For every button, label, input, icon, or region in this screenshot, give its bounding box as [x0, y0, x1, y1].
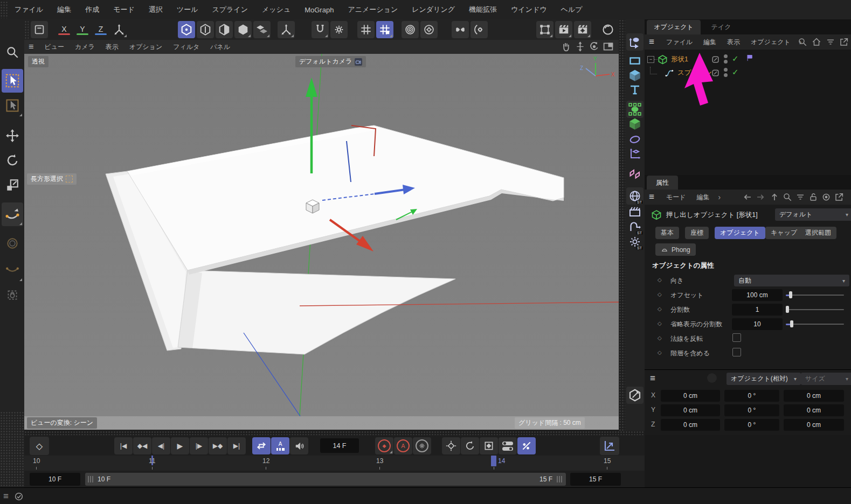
offset-slider[interactable] — [786, 295, 844, 296]
key-scale-button[interactable] — [480, 437, 498, 454]
goto-prev-frame-button[interactable]: ◀| — [152, 437, 170, 454]
key-parameter-button[interactable] — [499, 437, 517, 454]
symmetry-button[interactable] — [452, 21, 469, 38]
playhead[interactable] — [491, 456, 496, 466]
scale-tool-button[interactable] — [2, 173, 23, 197]
viewport-canvas[interactable]: Y X Z 透視 デフォルトカメラ 長方形選択 ビューの変換: シーン グリッド… — [24, 54, 619, 430]
attribute-menu-overflow-icon[interactable]: › — [715, 193, 724, 201]
attribute-target-icon[interactable] — [821, 192, 831, 202]
keyframe-dot-icon[interactable]: ◇ — [658, 306, 662, 312]
object-menu-file[interactable]: ファイル — [661, 38, 698, 47]
flip-normals-checkbox[interactable] — [732, 333, 741, 342]
keyframe-dot-icon[interactable]: ◇ — [658, 335, 662, 341]
menu-file[interactable]: ファイル — [8, 5, 50, 15]
object-search-icon[interactable] — [798, 37, 807, 47]
subdivisions-slider-handle[interactable] — [786, 306, 789, 313]
rotation-p-field[interactable]: 0 ° — [724, 404, 779, 416]
offset-field[interactable]: 100 cm — [732, 289, 783, 301]
rotation-b-field[interactable]: 0 ° — [724, 419, 779, 431]
menu-mode[interactable]: モード — [106, 5, 142, 15]
menu-help[interactable]: ヘルプ — [554, 5, 590, 15]
tree-row-shape1[interactable]: − 形状1 ✓ — [645, 53, 851, 66]
render-settings-button[interactable] — [574, 21, 591, 38]
tree-row-spline[interactable]: スプライン ✓ — [645, 66, 851, 80]
position-y-field[interactable]: 0 cm — [661, 404, 720, 416]
timeline-ruler[interactable]: 10 11 12 13 14 15 — [24, 456, 645, 471]
viewport-toggle-layout-icon[interactable] — [603, 41, 614, 52]
menu-animation[interactable]: アニメーション — [341, 5, 405, 15]
viewport-rotate-icon[interactable] — [589, 41, 600, 52]
toolbar-handle[interactable] — [24, 20, 29, 39]
tab-attributes[interactable]: 属性 — [647, 176, 678, 190]
goto-start-button[interactable]: |◀ — [114, 437, 133, 454]
menu-extensions[interactable]: 機能拡張 — [462, 5, 504, 15]
viewport-menu-filter[interactable]: フィルタ — [168, 43, 205, 52]
attr-tab-basic[interactable]: 基本 — [655, 227, 679, 239]
range-grip-right[interactable] — [557, 476, 563, 482]
rotate-tool-button[interactable] — [2, 149, 23, 172]
key-rotation-button[interactable] — [461, 437, 479, 454]
loop-playback-button[interactable] — [252, 437, 271, 454]
history-forward-icon[interactable] — [756, 192, 765, 202]
symmetry-settings-button[interactable] — [471, 21, 488, 38]
menu-edit[interactable]: 編集 — [50, 5, 78, 15]
range-slider-track[interactable]: 10 F 15 F — [85, 473, 566, 486]
attr-tab-object[interactable]: オブジェクト — [715, 227, 765, 239]
attribute-lock-icon[interactable] — [808, 192, 818, 202]
scene-flag-icon[interactable] — [746, 54, 754, 62]
timeline-editor-button[interactable] — [600, 437, 619, 455]
menu-select[interactable]: 選択 — [142, 5, 170, 15]
circle-spline-tool-button[interactable] — [2, 232, 23, 255]
iso-subdivisions-slider[interactable] — [786, 324, 844, 325]
object-mode-button[interactable] — [253, 21, 271, 38]
parent-object-icon[interactable] — [770, 192, 779, 202]
view-orientation-gizmo[interactable]: Y X Z — [580, 56, 615, 78]
workplane-mode-button[interactable] — [216, 21, 233, 38]
history-back-icon[interactable] — [743, 192, 752, 202]
position-z-field[interactable]: 0 cm — [661, 419, 720, 431]
new-document-button[interactable] — [31, 21, 48, 38]
object-menu-edit[interactable]: 編集 — [698, 38, 722, 47]
texture-mode-button[interactable] — [197, 21, 214, 38]
enable-check-icon[interactable]: ✓ — [732, 67, 739, 77]
viewport-burger-icon[interactable]: ≡ — [24, 42, 39, 52]
object-filter-icon[interactable] — [826, 37, 835, 47]
viewport-menu-camera[interactable]: カメラ — [70, 43, 100, 52]
rotation-h-field[interactable]: 0 ° — [724, 390, 779, 402]
size-y-field[interactable]: 0 cm — [784, 404, 844, 416]
extrude-generator-button[interactable] — [626, 115, 644, 132]
viewport-zoom-icon[interactable] — [575, 41, 586, 52]
coordinate-burger-icon[interactable]: ≡ — [650, 373, 655, 384]
menu-mograph[interactable]: MoGraph — [297, 6, 341, 14]
viewport-menu-options[interactable]: オプション — [124, 43, 168, 52]
attr-tab-selection[interactable]: 選択範囲 — [800, 227, 836, 239]
polygon-mode-button[interactable] — [234, 21, 252, 38]
origin-cube[interactable] — [306, 200, 319, 213]
extrude-object-icon[interactable] — [658, 54, 668, 65]
sky-object-button[interactable]: ST — [626, 187, 644, 205]
viewport-menu-view[interactable]: ビュー — [39, 43, 70, 52]
menu-tools[interactable]: ツール — [170, 5, 205, 15]
iso-subdivisions-field[interactable]: 10 — [732, 318, 783, 330]
key-position-button[interactable] — [442, 437, 460, 454]
viewport-menu-display[interactable]: 表示 — [100, 43, 124, 52]
preset-dropdown[interactable]: デフォルト▾ — [775, 208, 851, 221]
attribute-menu-mode[interactable]: モード — [661, 193, 691, 202]
size-z-field[interactable]: 0 cm — [784, 419, 844, 431]
menu-mesh[interactable]: メッシュ — [255, 5, 297, 15]
goto-end-button[interactable]: ▶| — [227, 437, 246, 454]
tab-takes[interactable]: テイク — [701, 20, 742, 34]
lock-y-axis-button[interactable]: Y — [74, 21, 91, 38]
attribute-search-icon[interactable] — [783, 192, 792, 202]
subdivisions-slider[interactable] — [786, 309, 844, 310]
model-mode-button[interactable] — [178, 21, 195, 38]
current-frame-field[interactable]: 14 F — [320, 438, 359, 453]
attr-tab-coordinates[interactable]: 座標 — [685, 227, 709, 239]
menu-spline[interactable]: スプライン — [205, 5, 255, 15]
extrude-object-mesh[interactable] — [106, 125, 564, 354]
keyframe-selection-button[interactable]: ◇ — [30, 437, 49, 455]
object-detach-icon[interactable] — [839, 37, 849, 47]
key-pla-button[interactable] — [517, 437, 536, 454]
attr-tab-caps[interactable]: キャップ — [765, 227, 802, 239]
size-x-field[interactable]: 0 cm — [784, 390, 844, 402]
